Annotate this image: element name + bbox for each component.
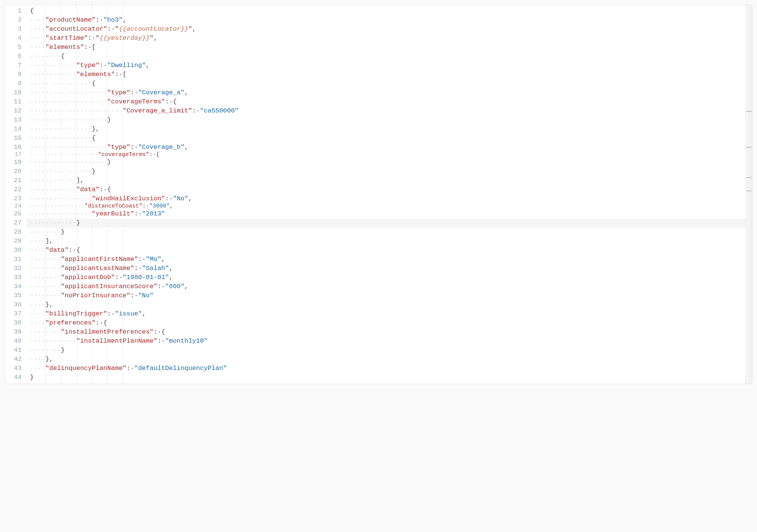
code-line[interactable]: ················}, [26, 125, 745, 134]
code-line[interactable]: ········"applicantFirstName":·"Mo", [26, 255, 745, 264]
code-line[interactable]: ····················"type":·"Coverage_b"… [26, 143, 745, 152]
scrollbar-mark [746, 111, 751, 112]
punctuation: :· [192, 107, 200, 114]
line-number: 7 [5, 61, 22, 70]
code-line[interactable]: ························"Coverage_a_limi… [26, 106, 745, 115]
code-line[interactable]: ····"billingTrigger":·"issue", [26, 309, 745, 318]
code-line[interactable]: ····················} [26, 115, 745, 125]
code-line[interactable]: ············} [26, 218, 745, 228]
punctuation: :· [126, 365, 134, 372]
json-key: "delinquencyPlanName" [45, 365, 126, 372]
code-line[interactable]: ········"applicantLastName":·"Salah", [26, 264, 745, 273]
line-number: 20 [5, 167, 22, 176]
line-number: 28 [5, 228, 22, 237]
json-string: "800" [165, 283, 184, 290]
code-line[interactable]: ················} [26, 167, 745, 176]
line-number: 2 [5, 16, 22, 25]
code-line[interactable]: ····················"coverageTerms":·{ [26, 152, 745, 158]
code-line[interactable]: ····"startTime":·"{{yesterday}}", [26, 34, 745, 43]
vertical-scrollbar[interactable] [745, 5, 752, 384]
line-number: 44 [5, 373, 22, 382]
code-line[interactable]: ········} [26, 346, 745, 355]
code-line[interactable]: ····················} [26, 158, 745, 167]
code-line[interactable]: ················{ [26, 79, 745, 88]
json-string: "monthly10" [165, 337, 208, 345]
code-line[interactable]: ····"delinquencyPlanName":·"defaultDelin… [26, 364, 745, 373]
code-line[interactable]: ····"accountLocator":·"{{accountLocator}… [26, 25, 745, 34]
json-string: "3000" [149, 203, 170, 209]
punctuation: } [76, 219, 80, 226]
code-line[interactable]: ····}, [26, 300, 745, 309]
punctuation: } [107, 116, 111, 123]
whitespace: ···· [30, 356, 45, 363]
line-number: 21 [5, 176, 22, 185]
code-line[interactable]: ····"productName":·"ho3", [26, 16, 745, 25]
code-line[interactable]: ················"yearBuilt":·"2013" [26, 209, 745, 218]
code-line[interactable]: ········"applicantDob":·"1980-01-01", [26, 273, 745, 282]
code-line[interactable]: { [26, 6, 745, 16]
line-number: 3 [5, 25, 22, 34]
scrollbar-mark [746, 147, 751, 148]
line-number: 19 [5, 158, 22, 167]
punctuation: , [188, 195, 192, 202]
json-key: "applicantFirstName" [61, 256, 138, 263]
code-line[interactable]: ········"noPriorInsurance":·"No" [26, 291, 745, 300]
whitespace: ············ [30, 219, 76, 226]
json-string: "Dwelling" [107, 62, 146, 69]
line-number: 9 [5, 79, 22, 88]
code-line[interactable]: ····················"coverageTerms":·{ [26, 97, 745, 106]
punctuation: :· [100, 62, 107, 69]
json-string: "Mo" [146, 256, 161, 263]
code-editor[interactable]: 1234567891011121314151617192021222324262… [5, 5, 752, 384]
code-line[interactable]: ············"installmentPlanName":·"mont… [26, 337, 745, 346]
code-line[interactable]: ················{ [26, 134, 745, 143]
code-line[interactable]: ············"data":·{ [26, 185, 745, 194]
code-line[interactable]: ····"elements":·[ [26, 43, 745, 52]
code-line[interactable]: ····"data":·{ [26, 246, 745, 255]
line-number: 11 [5, 97, 22, 106]
json-key: "yearBuilt" [92, 210, 134, 217]
json-string: "No" [138, 292, 154, 299]
whitespace: ···················· [30, 98, 107, 105]
code-line[interactable]: ················"distanceToCoast":·"3000… [26, 203, 745, 209]
whitespace: ···· [30, 34, 45, 42]
json-key: "applicantInsuranceScore" [61, 283, 158, 290]
template-var: {{accountLocator}} [119, 25, 189, 33]
punctuation: } [61, 346, 65, 354]
code-line[interactable]: ········"applicantInsuranceScore":·"800"… [26, 282, 745, 291]
punctuation: :· [158, 283, 165, 290]
punctuation: } [92, 168, 95, 175]
whitespace: ···················· [30, 144, 107, 151]
code-area[interactable]: {····"productName":·"ho3",····"accountLo… [26, 5, 745, 384]
code-line[interactable]: ················"windHailExclusion":·"No… [26, 194, 745, 203]
code-line[interactable]: ············], [26, 176, 745, 185]
whitespace: ············ [30, 71, 76, 78]
whitespace: ················ [30, 134, 92, 142]
code-line[interactable]: ····"preferences":·{ [26, 318, 745, 328]
code-line[interactable]: ····················"type":·"Coverage_a"… [26, 88, 745, 97]
punctuation: :·{ [165, 98, 177, 105]
code-line[interactable]: ········{ [26, 52, 745, 61]
line-number: 43 [5, 364, 22, 373]
json-key: "startTime" [45, 34, 88, 42]
scrollbar-mark [746, 190, 751, 191]
code-line[interactable]: ····], [26, 237, 745, 246]
json-string: "Coverage_a" [138, 89, 184, 96]
code-line[interactable]: ········"installmentPreferences":·{ [26, 328, 745, 337]
code-line[interactable]: } [26, 373, 745, 382]
whitespace: ········ [30, 328, 61, 335]
code-line[interactable]: ············"elements":·[ [26, 70, 745, 79]
whitespace: ········ [30, 346, 61, 354]
code-line[interactable]: ········} [26, 228, 745, 237]
whitespace: ···· [30, 310, 45, 317]
line-number: 31 [5, 255, 22, 264]
json-string: "ho3" [103, 16, 123, 23]
json-key: "billingTrigger" [45, 310, 107, 317]
line-number: 33 [5, 273, 22, 282]
line-number: 16 [5, 143, 22, 152]
punctuation: , [161, 256, 165, 263]
whitespace: ···· [30, 25, 45, 33]
punctuation: :·[ [84, 44, 96, 51]
code-line[interactable]: ····}, [26, 355, 745, 364]
code-line[interactable]: ············"type":·"Dwelling", [26, 61, 745, 70]
